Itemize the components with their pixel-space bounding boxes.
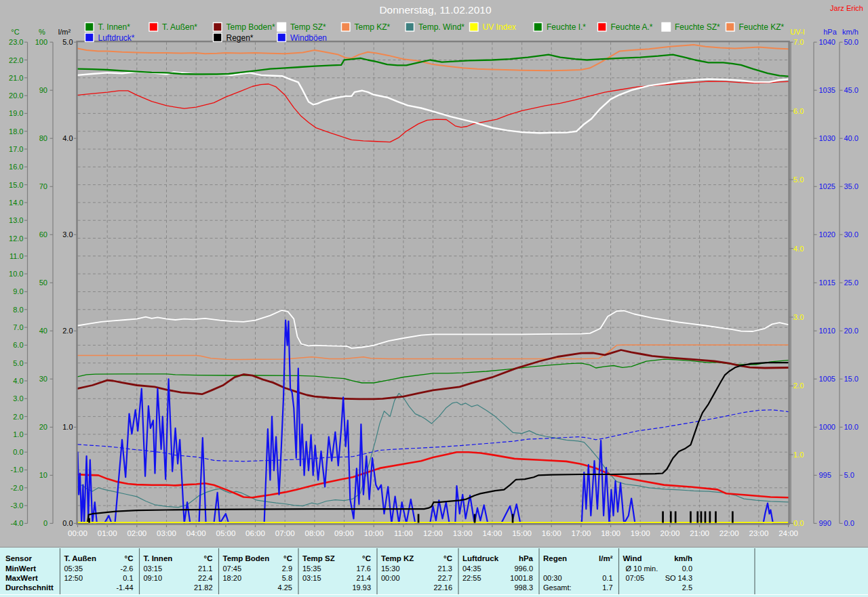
svg-text:km/h: km/h [674,554,692,562]
svg-text:04:35: 04:35 [462,564,481,573]
svg-text:1.0: 1.0 [793,451,804,459]
svg-text:1010: 1010 [819,327,835,335]
svg-text:08:00: 08:00 [305,529,325,537]
svg-text:Regen: Regen [543,554,567,562]
svg-text:19.93: 19.93 [352,583,371,592]
svg-text:09:10: 09:10 [144,574,163,582]
svg-text:12.0: 12.0 [9,234,23,243]
svg-text:0.0: 0.0 [682,564,692,573]
svg-text:T. Außen: T. Außen [64,554,97,562]
svg-text:22.7: 22.7 [438,574,452,582]
svg-text:9.0: 9.0 [13,287,23,295]
svg-text:1020: 1020 [819,230,835,239]
svg-text:20: 20 [39,423,47,431]
svg-text:Temp SZ*: Temp SZ* [290,22,326,32]
svg-text:50.0: 50.0 [844,38,859,46]
svg-text:Feuchte I.*: Feuchte I.* [547,22,586,32]
svg-text:UV Index: UV Index [483,22,516,32]
svg-text:Windböen: Windböen [290,33,327,43]
svg-text:Sensor: Sensor [5,554,33,562]
svg-text:35.0: 35.0 [844,182,859,190]
svg-text:5.8: 5.8 [282,574,292,582]
svg-text:5.0: 5.0 [844,471,854,479]
svg-text:-2.6: -2.6 [121,564,134,573]
svg-text:1035: 1035 [819,86,835,94]
svg-text:50: 50 [39,279,47,287]
svg-text:T. Außen*: T. Außen* [162,22,197,32]
svg-text:1000: 1000 [819,423,835,431]
svg-text:l/m²: l/m² [599,554,613,562]
svg-text:4.25: 4.25 [278,583,292,592]
svg-text:Feuchte SZ*: Feuchte SZ* [675,22,720,32]
svg-text:05:00: 05:00 [216,529,236,537]
svg-text:19.0: 19.0 [9,109,23,117]
svg-text:22.16: 22.16 [433,583,452,592]
svg-text:10.0: 10.0 [9,270,23,278]
svg-text:80: 80 [39,134,47,142]
svg-text:Gesamt:: Gesamt: [543,583,572,592]
svg-text:Temp. Wind*: Temp. Wind* [418,22,465,32]
svg-text:60: 60 [39,230,47,239]
svg-text:Temp SZ: Temp SZ [302,554,335,562]
svg-text:01:00: 01:00 [98,529,117,537]
svg-text:23.0: 23.0 [9,38,23,46]
svg-text:23:00: 23:00 [749,529,769,537]
svg-text:00:00: 00:00 [381,574,400,582]
svg-text:07:00: 07:00 [275,529,295,537]
svg-text:21.4: 21.4 [357,574,371,582]
svg-text:-1.0: -1.0 [11,466,24,474]
svg-text:6.0: 6.0 [793,107,804,115]
svg-text:5.0: 5.0 [62,38,73,46]
svg-text:17:00: 17:00 [572,529,591,537]
svg-text:0: 0 [43,519,47,527]
svg-text:Donnerstag, 11.02.2010: Donnerstag, 11.02.2010 [379,4,492,16]
svg-text:5.0: 5.0 [13,359,23,367]
svg-text:90: 90 [39,86,47,94]
svg-text:17.0: 17.0 [9,145,23,153]
svg-text:0.1: 0.1 [123,574,133,582]
svg-text:6.0: 6.0 [13,341,23,349]
svg-text:15:00: 15:00 [512,529,532,537]
svg-text:09:00: 09:00 [334,529,354,537]
svg-text:hPa: hPa [519,554,534,562]
svg-text:15:35: 15:35 [302,564,321,573]
svg-text:30: 30 [39,375,47,383]
svg-text:-4.0: -4.0 [11,519,24,527]
svg-text:Ø 10 min.: Ø 10 min. [626,564,658,573]
svg-text:16.0: 16.0 [9,163,23,171]
svg-text:0.0: 0.0 [793,519,804,527]
svg-text:8.0: 8.0 [13,306,23,314]
svg-text:40: 40 [39,327,47,335]
svg-text:10.0: 10.0 [844,423,859,431]
svg-text:1030: 1030 [819,134,835,142]
svg-text:5.0: 5.0 [793,176,804,184]
svg-text:11:00: 11:00 [394,529,413,537]
svg-text:2.0: 2.0 [62,327,73,335]
svg-text:1005: 1005 [819,375,835,383]
svg-text:12:50: 12:50 [64,574,83,582]
svg-text:7.0: 7.0 [13,323,23,331]
svg-text:Temp Boden: Temp Boden [223,554,270,562]
svg-text:Jarz Erich: Jarz Erich [830,4,863,12]
svg-text:21.0: 21.0 [9,74,23,82]
svg-text:998.3: 998.3 [514,583,533,592]
svg-text:km/h: km/h [842,28,859,36]
svg-text:21.3: 21.3 [438,564,452,573]
svg-text:996.0: 996.0 [514,564,533,573]
svg-text:Regen*: Regen* [226,33,254,43]
svg-text:03:15: 03:15 [302,574,321,582]
svg-text:°C: °C [443,554,452,562]
svg-text:Luftdruck: Luftdruck [462,554,499,562]
svg-text:00:00: 00:00 [68,529,87,537]
svg-text:1.7: 1.7 [602,583,612,592]
svg-text:1015: 1015 [819,279,835,287]
svg-text:03:15: 03:15 [144,564,163,573]
svg-text:45.0: 45.0 [844,86,859,94]
svg-text:-3.0: -3.0 [11,501,24,510]
svg-text:Temp KZ: Temp KZ [381,554,414,562]
svg-text:990: 990 [819,519,831,527]
svg-text:hPa: hPa [823,28,837,36]
svg-text:14.0: 14.0 [9,199,23,207]
svg-text:00:30: 00:30 [543,574,562,582]
svg-text:25.0: 25.0 [844,279,859,287]
